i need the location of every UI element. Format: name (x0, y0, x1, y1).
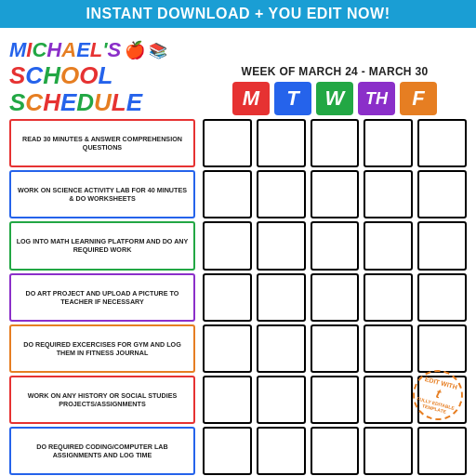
day-tuesday: T (274, 82, 311, 115)
checkbox-2-1[interactable] (257, 221, 306, 270)
checkbox-0-1[interactable] (257, 119, 306, 167)
checkbox-row-6 (203, 427, 467, 475)
name-row: MICHAEL'S 🍎 📚 (9, 38, 195, 62)
checkbox-row-0 (203, 119, 467, 167)
day-labels: M T W TH F (232, 82, 437, 115)
checkbox-0-0[interactable] (203, 119, 252, 167)
checkbox-6-0[interactable] (203, 427, 252, 475)
checkbox-4-2[interactable] (311, 324, 360, 373)
left-header: MICHAEL'S 🍎 📚 SCHOOL SCHEDULE (9, 38, 195, 115)
books-icon: 📚 (149, 42, 167, 60)
checkbox-2-0[interactable] (203, 221, 252, 270)
task-item-5: WORK ON ANY HISTORY OR SOCIAL STUDIES PR… (9, 376, 195, 424)
checkbox-row-1 (203, 170, 467, 218)
checkbox-3-2[interactable] (311, 273, 360, 322)
day-friday: F (400, 82, 437, 115)
day-monday: M (232, 82, 270, 115)
day-wednesday: W (316, 82, 353, 115)
checkbox-1-4[interactable] (417, 170, 467, 218)
checkbox-1-0[interactable] (203, 170, 252, 218)
checkbox-row-2 (203, 221, 467, 270)
checkbox-5-2[interactable] (311, 376, 360, 424)
checkbox-5-1[interactable] (257, 376, 306, 424)
checkbox-0-2[interactable] (311, 119, 360, 167)
checkbox-4-0[interactable] (203, 324, 252, 373)
apple-icon: 🍎 (125, 40, 145, 60)
checkbox-row-3 (203, 273, 467, 322)
checkbox-1-2[interactable] (311, 170, 360, 218)
task-item-3: DO ART PROJECT AND UPLOAD A PICTURE TO T… (9, 273, 195, 322)
checkbox-row-4 (203, 324, 467, 373)
checks-grid (203, 119, 467, 475)
checkbox-3-1[interactable] (257, 273, 306, 322)
checkbox-5-3[interactable] (364, 376, 413, 424)
checkbox-3-0[interactable] (203, 273, 252, 322)
student-name: MICHAEL'S (9, 38, 121, 62)
checkbox-1-1[interactable] (257, 170, 306, 218)
task-item-6: DO REQUIRED CODING/COMPUTER LAB ASSIGNME… (9, 427, 195, 475)
checkbox-6-3[interactable] (364, 427, 413, 475)
checkbox-6-2[interactable] (311, 427, 360, 475)
checkbox-2-3[interactable] (364, 221, 413, 270)
banner-text: INSTANT DOWNLOAD + YOU EDIT NOW! (86, 6, 390, 21)
task-item-4: DO REQUIRED EXCERCISES FOR GYM AND LOG T… (9, 324, 195, 373)
checkbox-2-4[interactable] (417, 221, 467, 270)
checkbox-4-1[interactable] (257, 324, 306, 373)
checkbox-0-3[interactable] (364, 119, 413, 167)
day-thursday: TH (358, 82, 395, 115)
checkbox-3-4[interactable] (417, 273, 467, 322)
tasks-list: READ 30 MINUTES & ANSWER COMPREHENSION Q… (9, 119, 195, 475)
checkbox-5-0[interactable] (203, 376, 252, 424)
top-banner: INSTANT DOWNLOAD + YOU EDIT NOW! (0, 0, 476, 31)
checkbox-4-4[interactable] (417, 324, 467, 373)
checkbox-2-2[interactable] (311, 221, 360, 270)
right-header: WEEK OF MARCH 24 - MARCH 30 M T W TH F (203, 65, 467, 115)
checkbox-6-1[interactable] (257, 427, 306, 475)
checkbox-4-3[interactable] (364, 324, 413, 373)
checkbox-1-3[interactable] (364, 170, 413, 218)
task-item-2: LOG INTO MATH LEARNING PLATFORM AND DO A… (9, 221, 195, 270)
week-label: WEEK OF MARCH 24 - MARCH 30 (242, 65, 429, 78)
checkbox-6-4[interactable] (417, 427, 467, 475)
task-item-0: READ 30 MINUTES & ANSWER COMPREHENSION Q… (9, 119, 195, 167)
schedule-title: SCHOOL SCHEDULE (9, 62, 195, 115)
checkbox-3-3[interactable] (364, 273, 413, 322)
task-item-1: WORK ON SCIENCE ACTIVITY LAB FOR 40 MINU… (9, 170, 195, 218)
checkbox-0-4[interactable] (417, 119, 467, 167)
